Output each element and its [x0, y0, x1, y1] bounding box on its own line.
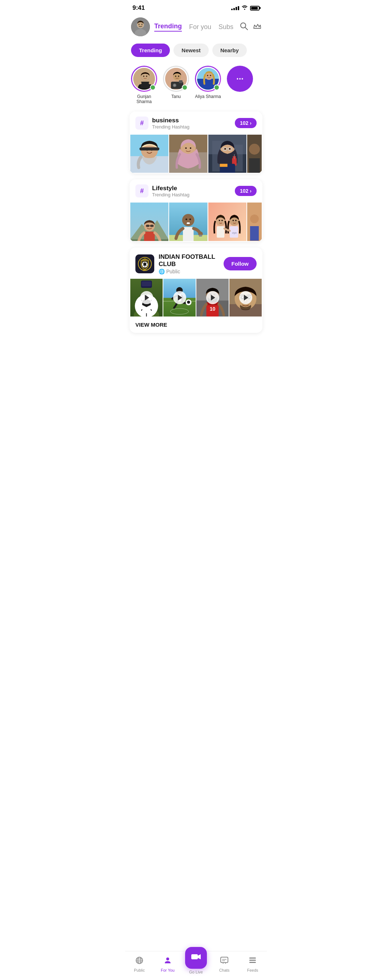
svg-point-69	[182, 214, 194, 226]
svg-rect-58	[249, 158, 260, 173]
search-icon[interactable]	[240, 22, 248, 32]
crown-icon[interactable]	[253, 22, 261, 32]
hashtag-info-business: business Trending Hashtag	[152, 117, 231, 130]
tab-subs[interactable]: Subs	[218, 23, 233, 31]
nav-tabs: Trending For you Subs	[154, 22, 236, 32]
hashtag-sub-lifestyle: Trending Hashtag	[152, 192, 231, 197]
story-tanu[interactable]: Tanu	[163, 66, 189, 104]
hashtag-header-business: # business Trending Hashtag 102 ›	[129, 111, 263, 135]
story-ring-gunjan	[131, 66, 157, 92]
svg-point-90	[250, 215, 259, 223]
status-icons	[231, 5, 260, 11]
svg-rect-65	[146, 225, 149, 227]
svg-rect-114	[142, 281, 151, 286]
tab-foryou[interactable]: For you	[189, 23, 211, 31]
svg-rect-14	[140, 82, 150, 88]
story-name-gunjan: Gunjan Sharma	[131, 94, 157, 104]
svg-point-85	[232, 220, 234, 221]
story-name-tanu: Tanu	[171, 94, 181, 99]
hashtag-card-business: # business Trending Hashtag 102 ›	[129, 111, 263, 173]
avatar[interactable]	[131, 18, 150, 36]
signal-icon	[231, 6, 239, 10]
svg-point-81	[218, 220, 220, 221]
svg-text:WINDY: WINDY	[142, 259, 148, 261]
video-thumb-1[interactable]	[130, 279, 163, 317]
play-button-4[interactable]	[239, 291, 252, 304]
svg-rect-66	[150, 225, 153, 227]
club-type: 🌐 Public	[159, 269, 219, 274]
story-more[interactable]: ···	[227, 66, 253, 104]
svg-point-19	[175, 75, 177, 77]
hashtag-icon-business: #	[135, 116, 148, 130]
svg-point-47	[229, 148, 231, 150]
svg-point-12	[143, 75, 145, 77]
globe-icon: 🌐	[159, 269, 165, 274]
svg-rect-22	[179, 80, 183, 83]
hashtag-header-lifestyle: # Lifestyle Trending Hashtag 102 ›	[129, 179, 263, 202]
svg-point-28	[207, 75, 208, 76]
svg-point-82	[221, 220, 223, 221]
video-thumb-4[interactable]	[229, 279, 262, 317]
story-aliya[interactable]: Aliya Sharma	[195, 66, 221, 104]
svg-point-13	[146, 75, 147, 77]
svg-point-86	[235, 220, 237, 221]
hashtag-sub-business: Trending Hashtag	[152, 124, 231, 130]
more-stories-button[interactable]: ···	[227, 66, 253, 92]
svg-rect-78	[199, 235, 202, 237]
play-button-2[interactable]	[173, 291, 186, 304]
video-thumb-2[interactable]	[163, 279, 196, 317]
video-thumb-3[interactable]: 10	[196, 279, 229, 317]
svg-rect-62	[144, 232, 155, 241]
hashtag-name-lifestyle: Lifestyle	[152, 185, 231, 192]
svg-point-24	[174, 84, 176, 86]
follow-button[interactable]: Follow	[223, 257, 257, 270]
filter-trending[interactable]: Trending	[131, 43, 170, 57]
tab-trending[interactable]: Trending	[154, 22, 182, 32]
filter-pills: Trending Newest Nearby	[125, 41, 267, 63]
svg-point-4	[139, 24, 140, 25]
svg-line-7	[245, 27, 247, 30]
hashtag-img-4	[247, 135, 262, 173]
hashtag-img-1	[130, 135, 169, 173]
status-time: 9:41	[132, 4, 145, 12]
svg-rect-55	[220, 164, 227, 167]
filter-nearby[interactable]: Nearby	[212, 43, 247, 57]
header-icons	[240, 22, 261, 32]
svg-point-70	[185, 218, 187, 220]
hashtag-card-lifestyle: # Lifestyle Trending Hashtag 102 ›	[129, 179, 263, 241]
club-info: INDIAN FOOTBALL CLUB 🌐 Public	[159, 253, 219, 274]
lifestyle-img-1	[130, 202, 169, 241]
story-name-aliya: Aliya Sharma	[195, 94, 221, 99]
story-ring-aliya	[195, 66, 221, 92]
hashtag-count-business[interactable]: 102 ›	[235, 118, 257, 128]
svg-point-29	[210, 75, 211, 76]
online-indicator	[150, 84, 156, 91]
hashtag-img-2	[169, 135, 207, 173]
header: Trending For you Subs	[125, 14, 267, 41]
svg-rect-35	[139, 147, 159, 150]
filter-newest[interactable]: Newest	[174, 43, 209, 57]
club-name: INDIAN FOOTBALL CLUB	[159, 253, 219, 268]
story-ring-tanu	[163, 66, 189, 92]
svg-point-71	[190, 218, 191, 220]
play-button-3[interactable]	[206, 291, 219, 304]
wifi-icon	[241, 5, 248, 11]
svg-rect-72	[187, 223, 190, 224]
online-indicator-tanu	[182, 84, 188, 91]
hashtag-info-lifestyle: Lifestyle Trending Hashtag	[152, 185, 231, 197]
hashtag-name-business: business	[152, 117, 231, 124]
svg-point-20	[178, 75, 179, 77]
club-header: WINDY CITY INDIAN FOOTBALL CLUB 🌐 Public…	[129, 248, 263, 279]
status-bar: 9:41	[125, 0, 267, 14]
story-gunjan[interactable]: Gunjan Sharma	[131, 66, 157, 104]
battery-icon	[250, 6, 260, 11]
lifestyle-img-4	[247, 202, 262, 241]
lifestyle-img-2	[169, 202, 207, 241]
svg-text:style: style	[232, 232, 237, 235]
view-more-button[interactable]: VIEW MORE	[129, 317, 263, 333]
club-logo: WINDY CITY	[135, 255, 154, 273]
hashtag-count-lifestyle[interactable]: 102 ›	[235, 186, 257, 196]
svg-rect-73	[183, 227, 193, 241]
play-button-1[interactable]	[140, 291, 153, 304]
club-videos: 10	[129, 279, 263, 317]
